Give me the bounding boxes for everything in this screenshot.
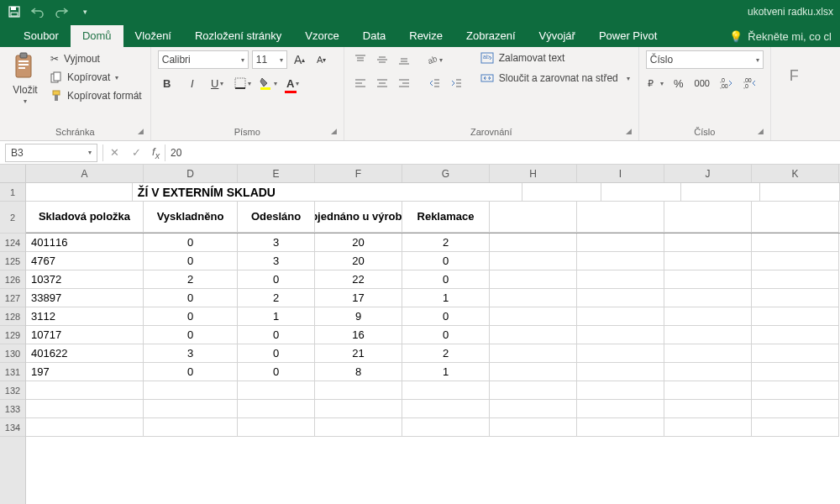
- increase-indent-button[interactable]: [447, 74, 465, 92]
- row-header[interactable]: 129: [0, 326, 25, 344]
- cell[interactable]: [144, 418, 238, 437]
- comma-style-button[interactable]: 000: [693, 74, 711, 92]
- cell[interactable]: [752, 344, 839, 363]
- row-header[interactable]: 127: [0, 289, 25, 307]
- row-header[interactable]: 2: [0, 202, 25, 234]
- select-all-button[interactable]: [0, 165, 25, 183]
- cell[interactable]: 0: [144, 289, 238, 307]
- cell[interactable]: [664, 363, 752, 381]
- cell[interactable]: 0: [238, 363, 315, 381]
- cell[interactable]: [402, 400, 490, 418]
- accounting-format-button[interactable]: ₽: [646, 74, 664, 92]
- alignment-dialog-launcher[interactable]: ◢: [623, 125, 635, 137]
- fill-color-button[interactable]: [259, 74, 277, 92]
- cell[interactable]: [144, 400, 238, 418]
- cell[interactable]: 2: [144, 270, 238, 289]
- tab-data[interactable]: Data: [351, 25, 397, 47]
- redo-icon[interactable]: [54, 4, 69, 19]
- cell[interactable]: [752, 326, 839, 344]
- column-header[interactable]: G: [402, 165, 490, 182]
- cell[interactable]: [577, 418, 664, 437]
- cell[interactable]: [238, 400, 315, 418]
- number-format-combo[interactable]: Číslo▾: [646, 50, 764, 69]
- cell[interactable]: [577, 344, 664, 363]
- tab-zobrazeni[interactable]: Zobrazení: [454, 25, 528, 47]
- wrap-text-button[interactable]: abZalamovat text: [479, 50, 632, 66]
- cell[interactable]: 0: [144, 234, 238, 252]
- cell[interactable]: 1: [402, 363, 490, 381]
- cell[interactable]: 0: [144, 363, 238, 381]
- cell[interactable]: [490, 202, 577, 233]
- cell[interactable]: 10717: [26, 326, 144, 344]
- cell[interactable]: [490, 381, 577, 400]
- cell[interactable]: [577, 363, 664, 381]
- cell[interactable]: [752, 270, 839, 289]
- cut-button[interactable]: ✂Vyjmout: [49, 52, 144, 66]
- grow-font-button[interactable]: A▴: [291, 50, 309, 69]
- cell[interactable]: 0: [144, 326, 238, 344]
- tab-revize[interactable]: Revize: [397, 25, 454, 47]
- cell[interactable]: [664, 381, 752, 400]
- italic-button[interactable]: I: [183, 74, 202, 92]
- fx-icon[interactable]: fx: [152, 145, 160, 160]
- cell[interactable]: 0: [402, 307, 490, 326]
- cell[interactable]: [490, 270, 577, 289]
- bold-button[interactable]: B: [158, 74, 176, 92]
- cell[interactable]: [577, 202, 664, 233]
- cell[interactable]: [26, 400, 144, 418]
- tab-rozlozeni[interactable]: Rozložení stránky: [183, 25, 293, 47]
- cell[interactable]: [490, 289, 577, 307]
- row-header[interactable]: 134: [0, 418, 25, 437]
- cell[interactable]: [490, 234, 577, 252]
- enter-formula-button[interactable]: ✓: [125, 146, 147, 159]
- cell[interactable]: [577, 289, 664, 307]
- font-size-combo[interactable]: 11▾: [252, 50, 287, 69]
- align-left-button[interactable]: [351, 74, 370, 92]
- tab-domu[interactable]: Domů: [71, 25, 123, 47]
- orientation-button[interactable]: ab: [425, 50, 444, 69]
- tell-me[interactable]: 💡 Řekněte mi, co cl: [721, 26, 840, 47]
- cell[interactable]: [402, 418, 490, 437]
- cell[interactable]: 0: [144, 307, 238, 326]
- cell[interactable]: [664, 400, 752, 418]
- cell[interactable]: ŽÍ V EXTERNÍM SKLADU: [133, 183, 522, 202]
- cell[interactable]: 0: [144, 252, 238, 270]
- cell[interactable]: [752, 234, 839, 252]
- cell[interactable]: 16: [315, 326, 402, 344]
- cell[interactable]: [144, 381, 238, 400]
- save-icon[interactable]: [7, 4, 22, 19]
- qat-customize-icon[interactable]: ▾: [77, 4, 92, 19]
- cell[interactable]: [752, 202, 839, 233]
- align-center-button[interactable]: [373, 74, 391, 92]
- cell[interactable]: [315, 418, 402, 437]
- cell[interactable]: 3: [144, 344, 238, 363]
- cell[interactable]: 3: [238, 234, 315, 252]
- font-dialog-launcher[interactable]: ◢: [328, 125, 340, 137]
- cell[interactable]: [760, 183, 840, 202]
- decrease-indent-button[interactable]: [425, 74, 444, 92]
- cell[interactable]: [752, 307, 839, 326]
- format-painter-button[interactable]: Kopírovat formát: [49, 89, 144, 102]
- cell[interactable]: [402, 381, 490, 400]
- cell[interactable]: [577, 252, 664, 270]
- cell[interactable]: Odesláno: [238, 202, 315, 233]
- increase-decimal-button[interactable]: ,0,00: [717, 74, 735, 92]
- cell[interactable]: 17: [315, 289, 402, 307]
- cell[interactable]: [490, 400, 577, 418]
- cell[interactable]: Vyskladněno: [144, 202, 238, 233]
- cell[interactable]: [752, 400, 839, 418]
- cell[interactable]: 401116: [26, 234, 144, 252]
- cell[interactable]: [490, 418, 577, 437]
- clipboard-dialog-launcher[interactable]: ◢: [135, 125, 147, 137]
- merge-center-button[interactable]: Sloučit a zarovnat na střed▾: [479, 71, 632, 86]
- number-dialog-launcher[interactable]: ◢: [755, 125, 767, 137]
- cell[interactable]: [664, 289, 752, 307]
- cell[interactable]: [664, 326, 752, 344]
- cell[interactable]: [26, 418, 144, 437]
- cell[interactable]: [577, 270, 664, 289]
- cell[interactable]: [238, 381, 315, 400]
- borders-button[interactable]: [234, 74, 252, 92]
- cell[interactable]: [490, 344, 577, 363]
- cell[interactable]: 401622: [26, 344, 144, 363]
- cell[interactable]: 20: [315, 234, 402, 252]
